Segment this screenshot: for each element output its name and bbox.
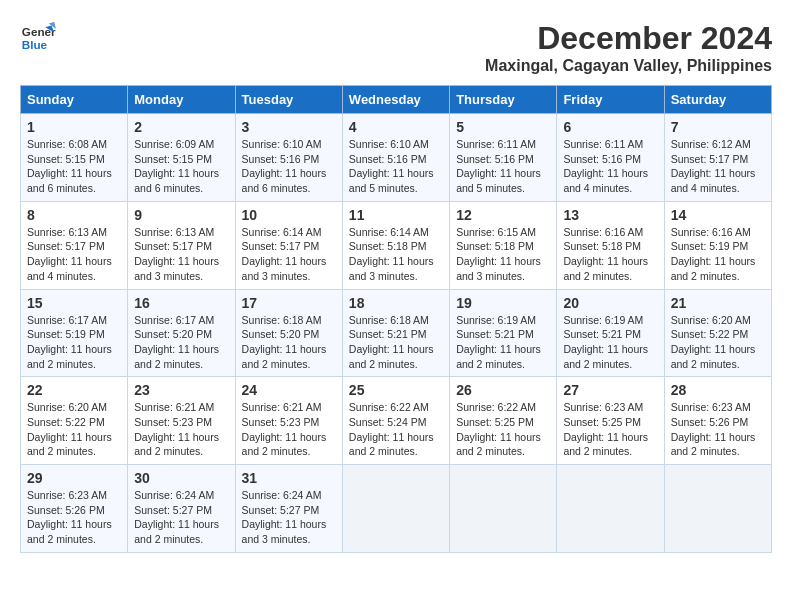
day-number: 10 — [242, 207, 336, 223]
day-detail: Sunrise: 6:23 AMSunset: 5:26 PMDaylight:… — [27, 488, 121, 547]
day-number: 1 — [27, 119, 121, 135]
day-detail: Sunrise: 6:19 AMSunset: 5:21 PMDaylight:… — [563, 313, 657, 372]
calendar-day-cell: 27Sunrise: 6:23 AMSunset: 5:25 PMDayligh… — [557, 377, 664, 465]
day-number: 15 — [27, 295, 121, 311]
calendar-day-cell: 15Sunrise: 6:17 AMSunset: 5:19 PMDayligh… — [21, 289, 128, 377]
day-header: Saturday — [664, 86, 771, 114]
calendar-week-row: 8Sunrise: 6:13 AMSunset: 5:17 PMDaylight… — [21, 201, 772, 289]
calendar-day-cell: 16Sunrise: 6:17 AMSunset: 5:20 PMDayligh… — [128, 289, 235, 377]
calendar-day-cell: 5Sunrise: 6:11 AMSunset: 5:16 PMDaylight… — [450, 114, 557, 202]
day-number: 30 — [134, 470, 228, 486]
svg-text:Blue: Blue — [22, 38, 48, 51]
day-number: 25 — [349, 382, 443, 398]
calendar-week-row: 22Sunrise: 6:20 AMSunset: 5:22 PMDayligh… — [21, 377, 772, 465]
day-number: 20 — [563, 295, 657, 311]
day-header: Tuesday — [235, 86, 342, 114]
location-title: Maxingal, Cagayan Valley, Philippines — [485, 57, 772, 75]
day-detail: Sunrise: 6:09 AMSunset: 5:15 PMDaylight:… — [134, 137, 228, 196]
day-detail: Sunrise: 6:17 AMSunset: 5:19 PMDaylight:… — [27, 313, 121, 372]
day-detail: Sunrise: 6:10 AMSunset: 5:16 PMDaylight:… — [349, 137, 443, 196]
calendar-day-cell: 14Sunrise: 6:16 AMSunset: 5:19 PMDayligh… — [664, 201, 771, 289]
day-number: 3 — [242, 119, 336, 135]
day-number: 5 — [456, 119, 550, 135]
day-detail: Sunrise: 6:24 AMSunset: 5:27 PMDaylight:… — [134, 488, 228, 547]
day-detail: Sunrise: 6:20 AMSunset: 5:22 PMDaylight:… — [27, 400, 121, 459]
day-number: 31 — [242, 470, 336, 486]
calendar-day-cell — [664, 465, 771, 553]
day-detail: Sunrise: 6:22 AMSunset: 5:24 PMDaylight:… — [349, 400, 443, 459]
month-title: December 2024 — [485, 20, 772, 57]
calendar-day-cell: 4Sunrise: 6:10 AMSunset: 5:16 PMDaylight… — [342, 114, 449, 202]
day-detail: Sunrise: 6:18 AMSunset: 5:21 PMDaylight:… — [349, 313, 443, 372]
day-number: 8 — [27, 207, 121, 223]
calendar-table: SundayMondayTuesdayWednesdayThursdayFrid… — [20, 85, 772, 553]
day-detail: Sunrise: 6:20 AMSunset: 5:22 PMDaylight:… — [671, 313, 765, 372]
calendar-day-cell: 28Sunrise: 6:23 AMSunset: 5:26 PMDayligh… — [664, 377, 771, 465]
calendar-day-cell — [450, 465, 557, 553]
day-header: Wednesday — [342, 86, 449, 114]
calendar-day-cell: 31Sunrise: 6:24 AMSunset: 5:27 PMDayligh… — [235, 465, 342, 553]
calendar-week-row: 1Sunrise: 6:08 AMSunset: 5:15 PMDaylight… — [21, 114, 772, 202]
day-detail: Sunrise: 6:11 AMSunset: 5:16 PMDaylight:… — [456, 137, 550, 196]
calendar-day-cell: 3Sunrise: 6:10 AMSunset: 5:16 PMDaylight… — [235, 114, 342, 202]
day-detail: Sunrise: 6:13 AMSunset: 5:17 PMDaylight:… — [134, 225, 228, 284]
day-number: 23 — [134, 382, 228, 398]
logo-icon: General Blue — [20, 20, 56, 56]
day-number: 28 — [671, 382, 765, 398]
calendar-day-cell: 29Sunrise: 6:23 AMSunset: 5:26 PMDayligh… — [21, 465, 128, 553]
day-number: 19 — [456, 295, 550, 311]
day-number: 11 — [349, 207, 443, 223]
day-detail: Sunrise: 6:24 AMSunset: 5:27 PMDaylight:… — [242, 488, 336, 547]
calendar-day-cell: 18Sunrise: 6:18 AMSunset: 5:21 PMDayligh… — [342, 289, 449, 377]
calendar-day-cell: 2Sunrise: 6:09 AMSunset: 5:15 PMDaylight… — [128, 114, 235, 202]
calendar-day-cell: 24Sunrise: 6:21 AMSunset: 5:23 PMDayligh… — [235, 377, 342, 465]
day-detail: Sunrise: 6:16 AMSunset: 5:18 PMDaylight:… — [563, 225, 657, 284]
calendar-day-cell: 23Sunrise: 6:21 AMSunset: 5:23 PMDayligh… — [128, 377, 235, 465]
calendar-body: 1Sunrise: 6:08 AMSunset: 5:15 PMDaylight… — [21, 114, 772, 553]
calendar-day-cell — [342, 465, 449, 553]
day-number: 18 — [349, 295, 443, 311]
calendar-day-cell: 12Sunrise: 6:15 AMSunset: 5:18 PMDayligh… — [450, 201, 557, 289]
calendar-day-cell: 11Sunrise: 6:14 AMSunset: 5:18 PMDayligh… — [342, 201, 449, 289]
day-number: 7 — [671, 119, 765, 135]
day-detail: Sunrise: 6:18 AMSunset: 5:20 PMDaylight:… — [242, 313, 336, 372]
day-detail: Sunrise: 6:14 AMSunset: 5:17 PMDaylight:… — [242, 225, 336, 284]
day-detail: Sunrise: 6:23 AMSunset: 5:26 PMDaylight:… — [671, 400, 765, 459]
day-number: 17 — [242, 295, 336, 311]
day-number: 14 — [671, 207, 765, 223]
day-detail: Sunrise: 6:08 AMSunset: 5:15 PMDaylight:… — [27, 137, 121, 196]
calendar-header-row: SundayMondayTuesdayWednesdayThursdayFrid… — [21, 86, 772, 114]
day-number: 6 — [563, 119, 657, 135]
calendar-day-cell: 1Sunrise: 6:08 AMSunset: 5:15 PMDaylight… — [21, 114, 128, 202]
day-number: 24 — [242, 382, 336, 398]
day-number: 29 — [27, 470, 121, 486]
day-number: 13 — [563, 207, 657, 223]
day-header: Sunday — [21, 86, 128, 114]
day-number: 26 — [456, 382, 550, 398]
day-detail: Sunrise: 6:12 AMSunset: 5:17 PMDaylight:… — [671, 137, 765, 196]
calendar-day-cell: 20Sunrise: 6:19 AMSunset: 5:21 PMDayligh… — [557, 289, 664, 377]
calendar-day-cell: 10Sunrise: 6:14 AMSunset: 5:17 PMDayligh… — [235, 201, 342, 289]
day-number: 12 — [456, 207, 550, 223]
day-detail: Sunrise: 6:21 AMSunset: 5:23 PMDaylight:… — [134, 400, 228, 459]
calendar-day-cell: 8Sunrise: 6:13 AMSunset: 5:17 PMDaylight… — [21, 201, 128, 289]
day-detail: Sunrise: 6:13 AMSunset: 5:17 PMDaylight:… — [27, 225, 121, 284]
day-detail: Sunrise: 6:11 AMSunset: 5:16 PMDaylight:… — [563, 137, 657, 196]
day-detail: Sunrise: 6:10 AMSunset: 5:16 PMDaylight:… — [242, 137, 336, 196]
calendar-week-row: 15Sunrise: 6:17 AMSunset: 5:19 PMDayligh… — [21, 289, 772, 377]
calendar-day-cell: 9Sunrise: 6:13 AMSunset: 5:17 PMDaylight… — [128, 201, 235, 289]
calendar-day-cell: 25Sunrise: 6:22 AMSunset: 5:24 PMDayligh… — [342, 377, 449, 465]
logo: General Blue — [20, 20, 56, 56]
day-detail: Sunrise: 6:19 AMSunset: 5:21 PMDaylight:… — [456, 313, 550, 372]
day-detail: Sunrise: 6:22 AMSunset: 5:25 PMDaylight:… — [456, 400, 550, 459]
calendar-day-cell: 6Sunrise: 6:11 AMSunset: 5:16 PMDaylight… — [557, 114, 664, 202]
day-number: 27 — [563, 382, 657, 398]
calendar-day-cell: 7Sunrise: 6:12 AMSunset: 5:17 PMDaylight… — [664, 114, 771, 202]
calendar-day-cell: 21Sunrise: 6:20 AMSunset: 5:22 PMDayligh… — [664, 289, 771, 377]
day-number: 16 — [134, 295, 228, 311]
title-area: December 2024 Maxingal, Cagayan Valley, … — [485, 20, 772, 75]
calendar-day-cell: 26Sunrise: 6:22 AMSunset: 5:25 PMDayligh… — [450, 377, 557, 465]
header: General Blue December 2024 Maxingal, Cag… — [20, 20, 772, 75]
calendar-day-cell: 17Sunrise: 6:18 AMSunset: 5:20 PMDayligh… — [235, 289, 342, 377]
day-detail: Sunrise: 6:14 AMSunset: 5:18 PMDaylight:… — [349, 225, 443, 284]
